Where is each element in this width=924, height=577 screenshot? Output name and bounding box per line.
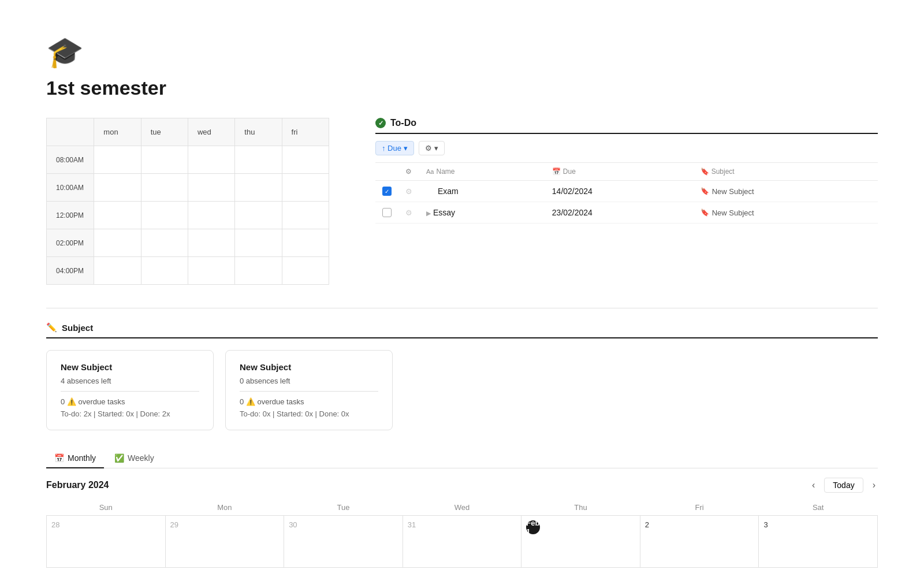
sort-label: ↑ Due <box>382 144 401 152</box>
todo-due-cell: 14/02/2024 <box>545 181 694 202</box>
card-stats: To-do: 0x | Started: 0x | Done: 0x <box>240 410 378 418</box>
calendar-day-cell: 28 <box>47 516 166 568</box>
calendar-day-header: Tue <box>284 500 403 516</box>
todo-loader-cell: ⚙ <box>398 181 419 202</box>
subject-tag-label: New Subject <box>712 187 754 196</box>
schedule-time-cell: 10:00AM <box>47 174 94 202</box>
card-divider <box>61 391 199 392</box>
calendar-day-cell: 29 <box>165 516 284 568</box>
calendar-day-header: Wed <box>403 500 521 516</box>
schedule-cell <box>188 146 234 174</box>
subject-header: ✏️ Subject <box>46 322 878 338</box>
tab-monthly[interactable]: 📅 Monthly <box>46 449 104 468</box>
calendar-day-header: Sat <box>759 500 878 516</box>
filter-icon: ⚙ <box>425 144 432 152</box>
today-button[interactable]: Today <box>824 478 863 493</box>
calendar-nav-right: ‹ Today › <box>810 478 878 493</box>
calendar-section: 📅 Monthly ✅ Weekly February 2024 ‹ Today… <box>46 449 878 568</box>
schedule-cell <box>141 257 188 285</box>
calendar-day-cell: Feb 1 <box>521 516 640 568</box>
subject-tag-label: New Subject <box>712 209 754 217</box>
card-overdue: 0 ⚠️ overdue tasks <box>240 397 378 406</box>
calendar-next-button[interactable]: › <box>870 478 878 493</box>
todo-header-row: ⚙ Aa Name 📅 Due <box>375 163 878 181</box>
sort-button[interactable]: ↑ Due ▾ <box>375 141 414 155</box>
subject-card[interactable]: New Subject 4 absences left 0 ⚠️ overdue… <box>46 350 214 430</box>
calendar-week-row: 28293031Feb 123 <box>47 516 878 568</box>
todo-item-name: Exam <box>438 187 459 196</box>
card-title: New Subject <box>240 362 378 372</box>
due-col-icon: 📅 <box>552 167 561 176</box>
checkbox-unchecked[interactable] <box>382 208 392 217</box>
calendar-prev-button[interactable]: ‹ <box>810 478 817 493</box>
monthly-icon: 📅 <box>54 453 64 463</box>
schedule-cell <box>94 257 141 285</box>
todo-name-cell: Exam <box>419 181 545 202</box>
todo-row: ✓⚙Exam14/02/2024🔖New Subject <box>375 181 878 202</box>
todo-due-cell: 23/02/2024 <box>545 202 694 224</box>
schedule-row: 10:00AM <box>47 174 329 202</box>
todo-col-due: 📅 Due <box>545 163 694 181</box>
todo-title: To-Do <box>390 118 416 128</box>
card-divider <box>240 391 378 392</box>
todo-toolbar: ↑ Due ▾ ⚙ ▾ <box>375 134 878 163</box>
schedule-cell <box>235 202 282 229</box>
schedule-cell <box>188 229 234 257</box>
schedule-row: 02:00PM <box>47 229 329 257</box>
subject-tag: 🔖New Subject <box>701 209 871 217</box>
calendar-tabs: 📅 Monthly ✅ Weekly <box>46 449 878 468</box>
schedule-time-cell: 04:00PM <box>47 257 94 285</box>
schedule-cell <box>235 229 282 257</box>
filter-button[interactable]: ⚙ ▾ <box>419 141 445 155</box>
schedule-cell <box>141 174 188 202</box>
subject-section: ✏️ Subject New Subject 4 absences left 0… <box>46 322 878 430</box>
calendar-day-header: Thu <box>521 500 640 516</box>
schedule-cell <box>188 202 234 229</box>
schedule-cell <box>141 229 188 257</box>
monthly-label: Monthly <box>68 453 96 463</box>
schedule-row: 04:00PM <box>47 257 329 285</box>
todo-header: ✓ To-Do <box>375 118 878 134</box>
schedule-cell <box>188 257 234 285</box>
todo-row: ⚙▶Essay23/02/2024🔖New Subject <box>375 202 878 224</box>
todo-check-icon: ✓ <box>375 118 386 128</box>
todo-name-cell: ▶Essay <box>419 202 545 224</box>
schedule-header-wed: wed <box>188 118 234 146</box>
schedule-header-row: mon tue wed thu fri <box>47 118 329 146</box>
calendar-day-cell: 2 <box>640 516 759 568</box>
calendar-day-header: Mon <box>165 500 284 516</box>
calendar-day-cell: 3 <box>759 516 878 568</box>
name-col-icon: Aa <box>426 168 434 175</box>
day-num: 3 <box>763 520 873 529</box>
schedule-cell <box>282 146 329 174</box>
todo-table: ⚙ Aa Name 📅 Due <box>375 163 878 224</box>
todo-loader-cell: ⚙ <box>398 202 419 224</box>
calendar-nav: February 2024 ‹ Today › <box>46 478 878 493</box>
page-title: 1st semester <box>46 77 878 99</box>
day-num: 29 <box>170 520 280 529</box>
schedule-header-fri: fri <box>282 118 329 146</box>
subject-col-icon: 🔖 <box>701 167 709 176</box>
calendar-day-header: Sun <box>47 500 166 516</box>
todo-col-loader: ⚙ <box>398 163 419 181</box>
checkbox-checked[interactable]: ✓ <box>382 187 392 196</box>
calendar-month-title: February 2024 <box>46 480 109 490</box>
tab-weekly[interactable]: ✅ Weekly <box>106 449 162 468</box>
schedule-header-thu: thu <box>235 118 282 146</box>
todo-checkbox-cell[interactable] <box>375 202 398 224</box>
todo-checkbox-cell[interactable]: ✓ <box>375 181 398 202</box>
card-stats: To-do: 2x | Started: 0x | Done: 2x <box>61 410 199 418</box>
expand-icon[interactable]: ▶ <box>426 210 431 217</box>
schedule-cell <box>235 174 282 202</box>
schedule-cell <box>282 202 329 229</box>
schedule-cell <box>141 202 188 229</box>
schedule-section: mon tue wed thu fri 08:00AM10:00AM12:00P… <box>46 118 329 285</box>
todo-subject-cell: 🔖New Subject <box>694 202 878 224</box>
card-absences: 0 absences left <box>240 377 378 385</box>
card-overdue: 0 ⚠️ overdue tasks <box>61 397 199 406</box>
todo-col-name: Aa Name <box>419 163 545 181</box>
schedule-cell <box>188 174 234 202</box>
schedule-row: 12:00PM <box>47 202 329 229</box>
schedule-row: 08:00AM <box>47 146 329 174</box>
subject-card[interactable]: New Subject 0 absences left 0 ⚠️ overdue… <box>225 350 393 430</box>
